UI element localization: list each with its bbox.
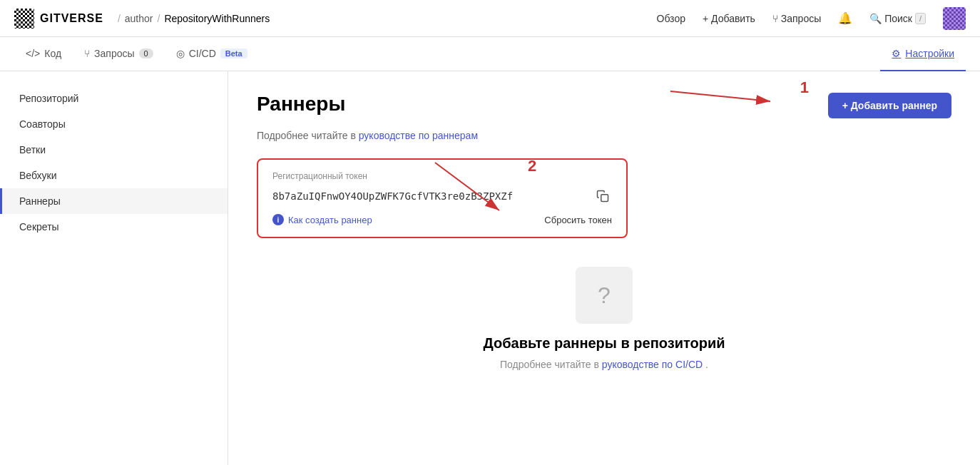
tab-cicd[interactable]: ◎ CI/CD Beta [165,37,259,71]
sidebar: Репозиторий Соавторы Ветки Вебхуки Ранне… [0,71,228,465]
requests-badge: 0 [139,48,153,58]
info-text: Подробнее читайте в руководстве по ранне… [257,130,951,141]
sidebar-item-branches[interactable]: Ветки [0,137,228,163]
empty-state: ? Добавьте раннеры в репозиторий Подробн… [257,252,951,384]
reset-token-button[interactable]: Сбросить токен [544,215,612,225]
tab-code[interactable]: </> Код [14,37,73,71]
tab-requests-label: Запросы [94,48,134,59]
logo[interactable]: GITVERSE [14,9,103,29]
sidebar-item-repository[interactable]: Репозиторий [0,86,228,111]
copy-icon [596,190,609,203]
requests-icon: ⑂ [84,48,90,59]
code-icon: </> [26,48,40,59]
copy-token-button[interactable] [593,187,612,205]
topnav-add[interactable]: + Добавить [703,13,755,24]
info-circle-icon: i [272,214,284,225]
topnav-right: Обзор + Добавить ⑂ Запросы 🔔 🔍 Поиск / [657,7,966,30]
tab-settings-label: Настройки [905,48,954,59]
empty-icon: ? [576,267,633,324]
breadcrumb: / author / RepositoryWithRunners [118,13,270,24]
logo-text: GITVERSE [40,12,103,25]
tab-requests[interactable]: ⑂ Запросы 0 [73,37,165,71]
token-value: 8b7aZuIQFnwOY4OUpZWFK7GcfVTK3re0zB3ZPXZf [272,190,586,202]
sidebar-item-webhooks[interactable]: Вебхуки [0,163,228,188]
subnav-right: ⚙ Настройки [880,37,966,71]
cicd-guide-link[interactable]: руководстве по CI/CD [602,359,703,370]
avatar[interactable] [943,7,966,30]
bell-icon[interactable]: 🔔 [838,11,852,25]
sidebar-item-coauthors[interactable]: Соавторы [0,111,228,137]
sidebar-item-secrets[interactable]: Секреты [0,214,228,240]
token-label: Регистрационный токен [272,171,612,181]
how-to-create: i Как создать раннер [272,214,372,225]
breadcrumb-repo: RepositoryWithRunners [164,13,270,24]
settings-icon: ⚙ [892,48,901,59]
tab-cicd-label: CI/CD [189,48,216,59]
topnav-overview[interactable]: Обзор [657,13,685,24]
runners-guide-link[interactable]: руководстве по раннерам [359,130,478,141]
breadcrumb-sep2: / [158,13,160,24]
top-nav: GITVERSE / author / RepositoryWithRunner… [0,0,980,37]
cicd-icon: ◎ [176,48,185,59]
page-layout: Репозиторий Соавторы Ветки Вебхуки Ранне… [0,71,980,465]
breadcrumb-author[interactable]: author [125,13,153,24]
main-content: 1 + Добавить раннер Раннеры Подробнее чи… [228,71,980,465]
svg-rect-0 [601,195,608,202]
beta-badge: Beta [220,48,247,58]
empty-desc: Подробнее читайте в руководстве по CI/CD… [257,359,951,370]
token-footer: i Как создать раннер Сбросить токен [272,214,612,225]
tab-settings[interactable]: ⚙ Настройки [880,37,966,71]
sidebar-item-runners[interactable]: Раннеры [0,188,228,214]
logo-icon [14,9,34,29]
topnav-requests[interactable]: ⑂ Запросы [772,13,821,24]
search-slash: / [915,13,926,24]
add-runner-button[interactable]: + Добавить раннер [828,93,951,118]
search-button[interactable]: 🔍 Поиск / [869,13,926,24]
token-container: Регистрационный токен 8b7aZuIQFnwOY4OUpZ… [257,158,628,238]
how-to-create-link[interactable]: Как создать раннер [288,215,372,225]
empty-title: Добавьте раннеры в репозиторий [257,335,951,352]
subnav: </> Код ⑂ Запросы 0 ◎ CI/CD Beta ⚙ Настр… [0,37,980,71]
breadcrumb-sep1: / [118,13,121,24]
token-row: 8b7aZuIQFnwOY4OUpZWFK7GcfVTK3re0zB3ZPXZf [272,187,612,205]
tab-code-label: Код [44,48,61,59]
